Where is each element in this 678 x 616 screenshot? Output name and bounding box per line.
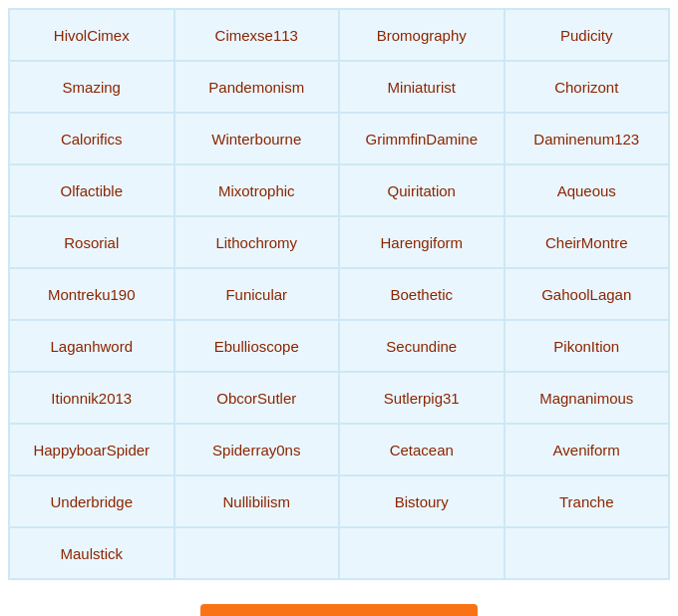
grid-cell[interactable]	[339, 527, 505, 579]
grid-cell[interactable]: Rosorial	[9, 216, 174, 268]
grid-cell[interactable]: Maulstick	[9, 527, 174, 579]
grid-cell[interactable]: Nullibilism	[174, 475, 340, 527]
grid-cell[interactable]: Sutlerpig31	[339, 372, 505, 424]
grid-cell[interactable]: Pandemonism	[174, 61, 340, 113]
grid-cell[interactable]: Quiritation	[339, 164, 505, 216]
grid-cell[interactable]: Laganhword	[9, 320, 174, 372]
grid-cell[interactable]: Cimexse113	[174, 9, 340, 61]
generate-button[interactable]: ↻ New PSN Name Generator	[200, 604, 478, 616]
grid-cell[interactable]	[174, 527, 340, 579]
grid-cell[interactable]: Tranche	[505, 475, 670, 527]
grid-cell[interactable]: Aveniform	[505, 424, 670, 475]
grid-cell[interactable]: Boethetic	[339, 268, 505, 320]
grid-cell[interactable]: ObcorSutler	[174, 372, 340, 424]
button-container: ↻ New PSN Name Generator	[200, 604, 478, 616]
grid-cell[interactable]: Winterbourne	[174, 113, 340, 164]
grid-cell[interactable]: Olfactible	[9, 164, 174, 216]
grid-cell[interactable]: Lithochromy	[174, 216, 340, 268]
grid-cell[interactable]: Mixotrophic	[174, 164, 340, 216]
grid-cell[interactable]: Cetacean	[339, 424, 505, 475]
grid-cell[interactable]: GahoolLagan	[505, 268, 670, 320]
grid-cell[interactable]: Harengiform	[339, 216, 505, 268]
grid-cell[interactable]: Miniaturist	[339, 61, 505, 113]
grid-cell[interactable]: Bistoury	[339, 475, 505, 527]
grid-cell[interactable]: Smazing	[9, 61, 174, 113]
grid-cell[interactable]	[505, 527, 670, 579]
grid-cell[interactable]: Chorizont	[505, 61, 670, 113]
grid-cell[interactable]: CheirMontre	[505, 216, 670, 268]
grid-cell[interactable]: Spiderray0ns	[174, 424, 340, 475]
name-grid: HivolCimexCimexse113BromographyPudicityS…	[8, 8, 670, 580]
grid-cell[interactable]: Calorifics	[9, 113, 174, 164]
grid-cell[interactable]: Itionnik2013	[9, 372, 174, 424]
grid-cell[interactable]: Magnanimous	[505, 372, 670, 424]
grid-cell[interactable]: GrimmfinDamine	[339, 113, 505, 164]
grid-cell[interactable]: HivolCimex	[9, 9, 174, 61]
grid-cell[interactable]: Montreku190	[9, 268, 174, 320]
grid-cell[interactable]: Secundine	[339, 320, 505, 372]
grid-cell[interactable]: Aqueous	[505, 164, 670, 216]
grid-cell[interactable]: Bromography	[339, 9, 505, 61]
grid-cell[interactable]: Ebullioscope	[174, 320, 340, 372]
grid-cell[interactable]: Underbridge	[9, 475, 174, 527]
grid-cell[interactable]: Funicular	[174, 268, 340, 320]
grid-cell[interactable]: Pudicity	[505, 9, 670, 61]
grid-cell[interactable]: HappyboarSpider	[9, 424, 174, 475]
grid-cell[interactable]: Daminenum123	[505, 113, 670, 164]
grid-cell[interactable]: PikonItion	[505, 320, 670, 372]
